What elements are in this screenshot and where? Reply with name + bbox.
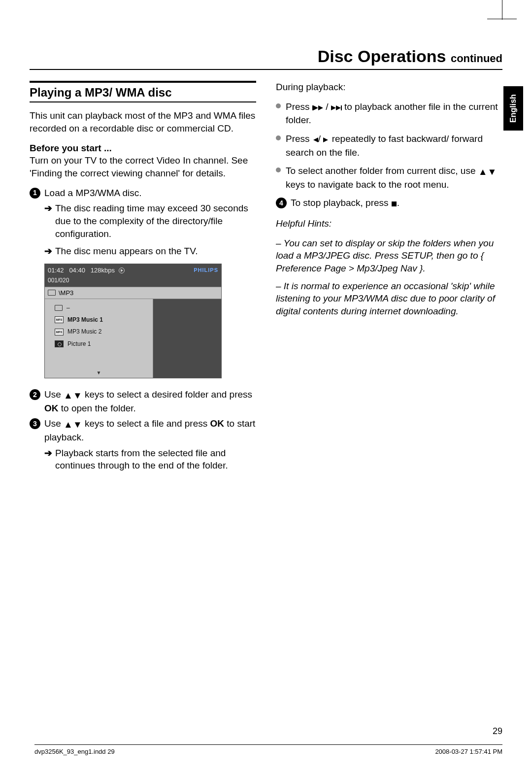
svg-marker-4 — [336, 105, 341, 110]
arrow-icon: ➔ — [44, 447, 52, 472]
before-label: Before you start ... — [30, 143, 112, 153]
play-status-icon — [119, 268, 125, 273]
intro-paragraph: This unit can playback most of the MP3 a… — [30, 109, 256, 134]
screen-path-text: \MP3 — [59, 289, 73, 298]
arrow-icon: ➔ — [44, 202, 52, 240]
arrow-icon: ➔ — [44, 245, 52, 258]
step-3: 3 Use ▲▼ keys to select a file and press… — [30, 417, 256, 443]
ok-key: OK — [210, 418, 225, 429]
up-down-icon: ▲▼ — [64, 389, 82, 402]
picture-file-icon — [55, 340, 64, 347]
svg-rect-0 — [312, 105, 313, 110]
playback-bullet-2: Press / repeatedly to fast backward/ for… — [276, 133, 502, 159]
step-3-text: Use ▲▼ keys to select a file and press O… — [44, 417, 256, 443]
svg-marker-2 — [318, 105, 323, 110]
disc-menu-screenshot: 01:42 04:40 128kbps PHILIPS 001/020 \MP3 — [44, 264, 222, 378]
step-1-note-2-text: The disc menu appears on the TV. — [55, 245, 198, 258]
before-text: Turn on your TV to the correct Video In … — [30, 155, 248, 178]
step-3-number: 3 — [30, 418, 40, 429]
bullet-text: To select another folder from current di… — [286, 165, 502, 191]
list-item: MP3 MP3 Music 1 — [55, 316, 150, 324]
left-column: Playing a MP3/ WMA disc This unit can pl… — [30, 81, 256, 477]
print-footer: dvp3256K_93_eng1.indd 29 2008-03-27 1:57… — [34, 744, 502, 755]
screen-status-bar: 01:42 04:40 128kbps PHILIPS — [45, 264, 221, 277]
bullet-text: Press / repeatedly to fast backward/ for… — [286, 133, 502, 159]
stop-icon — [391, 198, 397, 210]
list-item-label: MP3 Music 2 — [67, 328, 101, 336]
hint-1: – You can set to display or skip the fol… — [276, 237, 502, 275]
step-1-note-2: ➔ The disc menu appears on the TV. — [30, 245, 256, 258]
list-item-label: Picture 1 — [67, 340, 91, 348]
playback-bullet-1: Press / to playback another file in the … — [276, 101, 502, 127]
bullet-icon — [276, 103, 281, 108]
step-4: 4 To stop playback, press . — [276, 197, 502, 210]
step-3-note-text: Playback starts from the selected file a… — [55, 447, 256, 472]
list-item: Picture 1 — [55, 340, 150, 348]
svg-marker-3 — [331, 105, 336, 110]
footer-file: dvp3256K_93_eng1.indd 29 — [34, 748, 115, 755]
section-heading-text: Playing a MP3/ WMA disc — [30, 86, 172, 99]
step-1-text: Load a MP3/WMA disc. — [44, 187, 256, 200]
step-1-number: 1 — [30, 188, 40, 199]
hints-label: Helpful Hints: — [276, 218, 332, 229]
step-2: 2 Use ▲▼ keys to select a desired folder… — [30, 388, 256, 414]
step-2-number: 2 — [30, 389, 40, 400]
manual-page: English Disc Operations continued Playin… — [0, 0, 532, 772]
up-down-icon: ▲▼ — [64, 418, 82, 431]
screen-preview-pane — [153, 299, 221, 378]
t: To stop playback, press — [291, 198, 391, 208]
language-tab: English — [503, 86, 523, 131]
bullet-text: Press / to playback another file in the … — [286, 101, 502, 127]
list-item: MP3 MP3 Music 2 — [55, 328, 150, 336]
bullet-icon — [276, 168, 281, 172]
screen-bitrate: 128kbps — [91, 267, 115, 274]
screen-file-list: – MP3 MP3 Music 1 MP3 MP3 Music 2 Pic — [45, 299, 153, 378]
prev-track-icon — [312, 101, 323, 114]
brand-logo: PHILIPS — [194, 267, 218, 274]
folder-up-icon — [55, 305, 63, 311]
title-rule — [30, 69, 502, 70]
screen-time-info: 01:42 04:40 128kbps — [48, 266, 125, 275]
folder-icon — [48, 290, 56, 296]
section-heading: Playing a MP3/ WMA disc — [30, 81, 256, 102]
t: . — [397, 198, 399, 208]
step-2-text: Use ▲▼ keys to select a desired folder a… — [44, 388, 256, 414]
mp3-file-icon: MP3 — [55, 316, 64, 323]
before-you-start: Before you start ... Turn on your TV to … — [30, 142, 256, 180]
t: to open the folder. — [61, 403, 136, 413]
t: Use — [44, 418, 64, 429]
page-number: 29 — [493, 726, 502, 737]
step-1-note-1: ➔ The disc reading time may exceed 30 se… — [30, 202, 256, 240]
step-1-note-1-text: The disc reading time may exceed 30 seco… — [55, 202, 256, 240]
screen-track-index: 001/020 — [45, 276, 221, 286]
scroll-down-icon: ▼ — [97, 369, 101, 376]
step-4-text: To stop playback, press . — [291, 197, 502, 210]
t: Press — [286, 101, 312, 112]
language-tab-label: English — [509, 94, 518, 123]
right-column: During playback: Press / to playback ano… — [276, 81, 502, 477]
list-item-label: – — [66, 304, 70, 312]
page-title-continued: continued — [451, 52, 502, 65]
screen-total: 04:40 — [69, 267, 85, 274]
crop-mark-top — [0, 0, 502, 20]
svg-marker-7 — [323, 137, 328, 142]
svg-rect-5 — [341, 105, 342, 110]
forward-icon — [323, 134, 329, 146]
t: keys to select a desired folder and pres… — [85, 389, 252, 400]
svg-marker-6 — [313, 137, 318, 142]
t: keys to navigate back to the root menu. — [286, 179, 449, 190]
footer-timestamp: 2008-03-27 1:57:41 PM — [435, 748, 502, 755]
screen-body: – MP3 MP3 Music 1 MP3 MP3 Music 2 Pic — [45, 299, 221, 378]
helpful-hints: Helpful Hints: — [276, 217, 502, 230]
step-3-note: ➔ Playback starts from the selected file… — [30, 447, 256, 472]
playback-bullet-3: To select another folder from current di… — [276, 165, 502, 191]
ok-key: OK — [44, 403, 59, 413]
next-track-icon — [331, 101, 342, 114]
bullet-icon — [276, 135, 281, 140]
screen-elapsed: 01:42 — [48, 267, 64, 274]
step-1: 1 Load a MP3/WMA disc. — [30, 187, 256, 200]
up-down-icon: ▲▼ — [478, 166, 497, 178]
svg-marker-1 — [313, 105, 318, 110]
during-playback-label: During playback: — [276, 81, 502, 94]
content-columns: Playing a MP3/ WMA disc This unit can pl… — [30, 81, 502, 477]
